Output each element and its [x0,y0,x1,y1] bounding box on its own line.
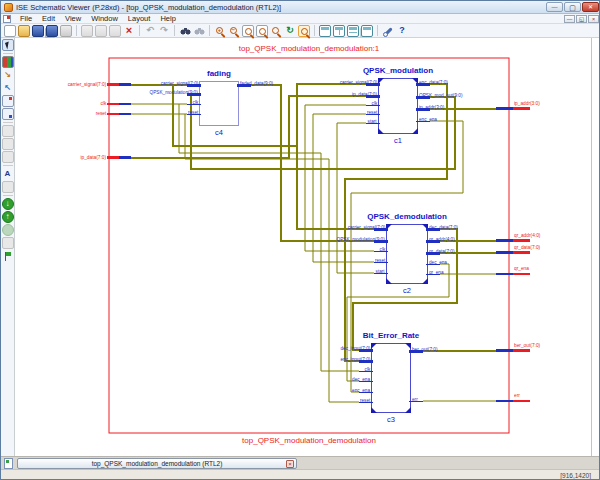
view-objects-icon[interactable] [2,125,14,137]
port-stub [496,239,513,242]
open-source-icon[interactable] [2,95,14,107]
menu-view[interactable]: View [60,14,86,23]
split-view-icon[interactable] [333,25,345,37]
port-stub [496,251,513,254]
block-qpsk-modulation[interactable]: carrier_signal(7:0) ip_data(7:0) clk res… [378,78,418,134]
menu-edit[interactable]: Edit [37,14,60,23]
port-stub [496,349,513,352]
pin-label: ip_addr(3:0) [419,105,444,110]
history-back-icon[interactable] [2,224,14,236]
corner-notch [405,343,411,349]
sidebar-separator [3,165,13,166]
pin-label: carrier_signal(7:0) [160,81,198,86]
window-disabled-icon[interactable] [2,151,14,163]
port-label: clk [100,101,106,106]
pin-label: clk [192,100,198,105]
push-into-block-icon[interactable] [2,69,14,81]
trace-disabled-icon[interactable] [2,181,14,193]
undo-icon[interactable] [144,25,156,37]
add-view-icon[interactable] [2,108,14,120]
mdi-document-icon[interactable] [3,15,11,23]
port-stub [496,107,513,110]
tab-label: top_QPSK_modulation_demodulation (RTL2) [92,460,223,467]
port-stub [107,113,119,115]
pin-label: qr_ena [429,270,444,275]
pop-out-block-icon[interactable] [2,82,14,94]
corner-notch [371,407,377,413]
toolbar-separator [174,25,175,36]
document-icon[interactable] [4,458,13,469]
maximize-button[interactable] [564,2,581,12]
module-top-label: top_QPSK_modulation_demodulation:1 [109,44,509,53]
pin-label: ip_data(7:0) [352,92,377,97]
cascade-view-icon[interactable] [361,25,373,37]
pan-icon[interactable] [298,25,310,37]
port-label: qr_addr(4:0) [514,233,540,238]
tab-close-icon[interactable] [286,460,294,468]
port-label: carrier_signal(7:0) [67,82,106,87]
tile-view-icon[interactable] [347,25,359,37]
port-label: reset [95,111,106,116]
delete-icon[interactable] [123,25,135,37]
save-all-icon[interactable] [46,25,58,37]
block-fading[interactable]: carrier_signal(7:0) QPSK_modulation(9:0)… [199,81,239,126]
instance-name-c2: c2 [377,286,437,295]
corner-notch [386,278,392,284]
zoom-selection-icon[interactable] [270,25,282,37]
context-help-icon[interactable] [396,25,408,37]
copy-icon[interactable] [95,25,107,37]
mdi-restore-button[interactable] [576,15,587,23]
port-stub [107,83,119,86]
find-next-icon[interactable] [193,25,205,37]
paste-icon[interactable] [109,25,121,37]
menu-window[interactable]: Window [86,14,123,23]
sidebar-separator [3,122,13,123]
view-hierarchy-icon[interactable] [2,56,14,68]
save-icon[interactable] [32,25,44,37]
sidebar-separator [3,195,13,196]
instance-name-c3: c3 [361,415,421,424]
print-icon[interactable] [60,25,72,37]
preferences-icon[interactable] [382,25,394,37]
new-file-icon[interactable] [4,25,16,37]
refresh-icon[interactable] [284,25,296,37]
instance-name-c1: c1 [368,136,428,145]
mdi-close-button[interactable] [588,15,599,23]
block-title-qpsk-modulation: QPSK_modulation [338,66,458,75]
port-stub [119,113,131,115]
zoom-in-icon[interactable]: + [214,25,226,37]
add-marker-icon[interactable] [2,250,14,262]
redo-icon[interactable] [158,25,170,37]
pin-label: enc_ena [419,117,437,122]
next-instance-icon[interactable] [2,198,14,210]
history-forward-icon[interactable] [2,237,14,249]
menu-file[interactable]: File [15,14,37,23]
corner-notch [378,128,384,134]
pin-label: reset [367,110,377,115]
menu-bar: File Edit View Window Layout Help [1,14,600,24]
block-bit-error-rate[interactable]: dec_input(7:0) enc_input(7:0) clk dec_en… [371,343,411,413]
zoom-out-icon[interactable]: − [228,25,240,37]
find-icon[interactable] [179,25,191,37]
menu-help[interactable]: Help [155,14,180,23]
menu-layout[interactable]: Layout [123,14,156,23]
previous-instance-icon[interactable] [2,211,14,223]
view-nets-icon[interactable] [2,138,14,150]
select-tool-icon[interactable] [2,39,14,51]
mdi-minimize-button[interactable] [564,15,575,23]
app-icon [4,3,13,12]
block-qpsk-demodulation[interactable]: carrier_signal(7:0) QPSK_modulation(9:0)… [386,224,428,284]
open-file-icon[interactable] [18,25,30,37]
pin-label: reset [188,110,198,115]
new-view-icon[interactable] [319,25,331,37]
find-objects-icon[interactable] [2,168,14,180]
zoom-page-icon[interactable] [242,25,254,37]
pin-label: enc_data(7:0) [419,80,448,85]
minimize-button[interactable] [546,2,563,12]
zoom-fit-icon[interactable] [256,25,268,37]
cut-icon[interactable] [81,25,93,37]
tab-rtl-schematic[interactable]: top_QPSK_modulation_demodulation (RTL2) [17,458,297,469]
close-button[interactable] [582,2,599,12]
port-stub [513,239,530,242]
instance-name-c4: c4 [189,128,249,137]
